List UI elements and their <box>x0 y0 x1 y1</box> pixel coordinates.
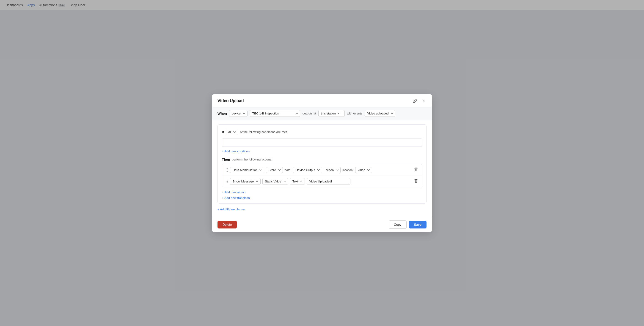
this-station-button[interactable]: this station <box>318 110 345 117</box>
when-label: When <box>218 111 227 115</box>
if-label: If <box>222 130 224 134</box>
footer-right: Copy Save <box>389 221 426 229</box>
message-input-2[interactable] <box>307 178 350 185</box>
outputs-at-label: outputs at <box>302 112 316 115</box>
then-label: Then <box>222 158 230 161</box>
modal-body: If all of the following conditions are m… <box>212 120 432 217</box>
copy-button[interactable]: Copy <box>389 221 407 229</box>
modal-overlay: Video Upload When <box>0 0 644 326</box>
drag-handle-1[interactable] <box>225 168 228 172</box>
add-if-clause-button[interactable]: + Add if/then clause <box>218 207 244 212</box>
then-description: perform the following actions: <box>232 158 272 161</box>
delete-action-2-button[interactable] <box>413 178 419 184</box>
actions-box: Data Manipulation Store data: Device Out… <box>222 164 422 187</box>
modal-title: Video Upload <box>218 98 244 103</box>
add-actions-area: + Add new action + Add new transition <box>222 190 422 200</box>
save-button[interactable]: Save <box>409 221 426 229</box>
modal-header: Video Upload <box>212 94 432 107</box>
condition-empty-box <box>222 138 422 147</box>
device-select[interactable]: device <box>229 110 248 117</box>
action-row: Data Manipulation Store data: Device Out… <box>222 164 422 176</box>
location-select-1[interactable]: video <box>355 167 372 173</box>
data-field-select-1[interactable]: video <box>324 167 340 173</box>
delete-action-1-button[interactable] <box>413 167 419 173</box>
modal-header-actions <box>412 98 426 103</box>
link-button[interactable] <box>412 98 418 103</box>
close-button[interactable] <box>420 98 426 103</box>
action-type-select-2[interactable]: Show Message <box>230 178 260 185</box>
when-row: When device TEC 1-B Inspection outputs a… <box>212 107 432 120</box>
add-transition-button[interactable]: + Add new transition <box>222 196 422 200</box>
conditions-description: of the following conditions are met: <box>240 130 288 134</box>
value-type-select-2[interactable]: Static Value <box>262 178 288 185</box>
if-then-clause: If all of the following conditions are m… <box>218 124 426 204</box>
action-row-2: Show Message Static Value Text <box>222 176 422 187</box>
then-row: Then perform the following actions: <box>222 158 422 161</box>
add-condition-button[interactable]: + Add new condition <box>222 149 250 153</box>
action-type-select-1[interactable]: Data Manipulation <box>230 167 264 173</box>
data-label-1: data: <box>285 168 291 172</box>
modal-dialog: Video Upload When <box>212 94 432 232</box>
with-events-label: with events <box>347 112 362 115</box>
add-action-button[interactable]: + Add new action <box>222 190 422 194</box>
text-type-select-2[interactable]: Text <box>290 178 305 185</box>
event-select[interactable]: Video uploaded <box>365 110 395 117</box>
drag-handle-2[interactable] <box>225 180 228 183</box>
delete-button[interactable]: Delete <box>218 221 237 229</box>
if-row: If all of the following conditions are m… <box>222 129 422 135</box>
modal-footer: Delete Copy Save <box>212 217 432 232</box>
station-select[interactable]: TEC 1-B Inspection <box>250 110 300 117</box>
add-if-clause-area: + Add if/then clause <box>218 207 426 212</box>
action-operation-select-1[interactable]: Store <box>266 167 283 173</box>
all-select[interactable]: all <box>226 129 238 135</box>
location-label-1: location: <box>342 168 354 172</box>
data-source-select-1[interactable]: Device Output <box>293 167 322 173</box>
